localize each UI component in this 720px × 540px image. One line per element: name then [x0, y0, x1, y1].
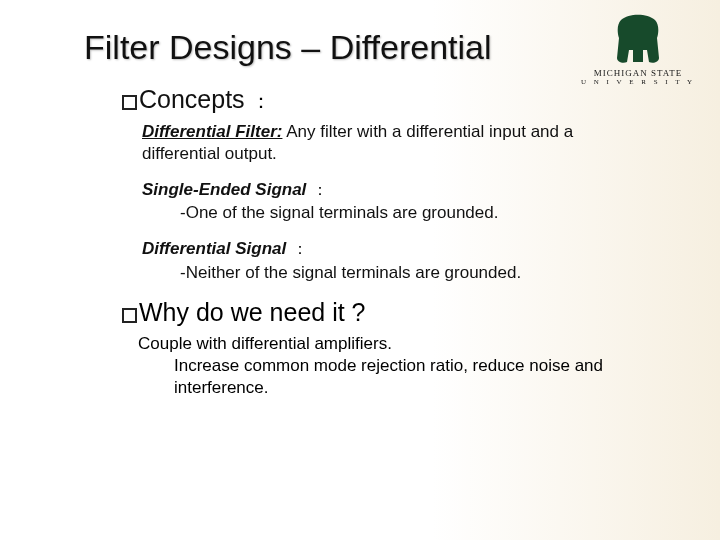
msu-text-line2: U N I V E R S I T Y: [578, 78, 698, 86]
concepts-colon: ：: [251, 88, 271, 115]
single-ended-block: Single-Ended Signal： -One of the signal …: [142, 179, 630, 225]
single-ended-colon: ：: [312, 181, 328, 198]
single-ended-term: Single-Ended Signal: [142, 180, 306, 199]
why-body: Couple with differential amplifiers. Inc…: [138, 333, 650, 399]
why-label: Why do we need it ?: [139, 298, 366, 327]
checkbox-icon: [122, 308, 137, 323]
why-line2: Increase common mode rejection ratio, re…: [174, 355, 650, 399]
concepts-bullet: Concepts ：: [122, 85, 690, 115]
diff-signal-body: -Neither of the signal terminals are gro…: [180, 262, 630, 284]
diff-signal-term: Differential Signal: [142, 239, 286, 258]
concepts-label: Concepts: [139, 85, 245, 114]
single-ended-body: -One of the signal terminals are grounde…: [180, 202, 630, 224]
why-bullet: Why do we need it ?: [122, 298, 690, 327]
msu-logo-block: MICHIGAN STATE U N I V E R S I T Y: [578, 14, 698, 86]
checkbox-icon: [122, 95, 137, 110]
why-line1: Couple with differential amplifiers.: [138, 333, 650, 355]
diff-signal-block: Differential Signal： -Neither of the sig…: [142, 238, 630, 284]
diff-signal-colon: ：: [292, 240, 308, 257]
diff-filter-block: Differential Filter: Any filter with a d…: [142, 121, 630, 165]
msu-text-line1: MICHIGAN STATE: [578, 68, 698, 78]
diff-filter-term: Differential Filter:: [142, 122, 282, 141]
slide: MICHIGAN STATE U N I V E R S I T Y Filte…: [0, 0, 720, 540]
concepts-section: Concepts ：: [122, 85, 690, 115]
why-section: Why do we need it ?: [122, 298, 690, 327]
spartan-helmet-icon: [609, 14, 667, 66]
